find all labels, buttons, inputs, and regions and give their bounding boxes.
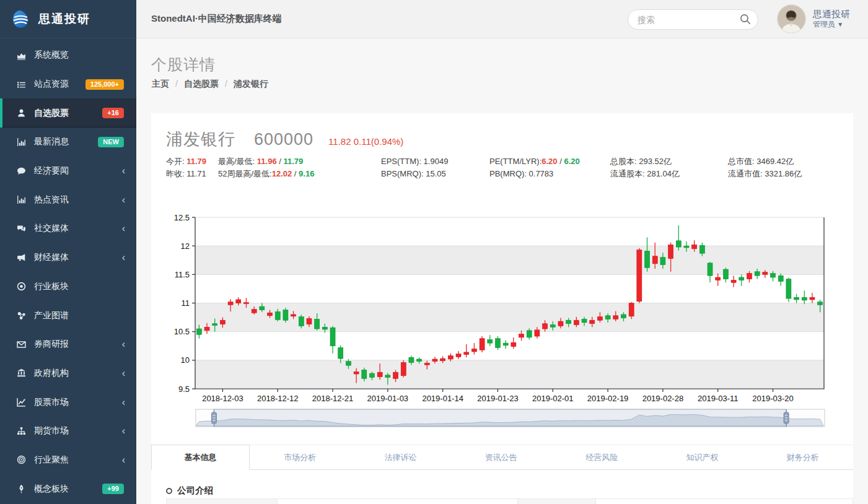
sidebar-item-13[interactable]: 期货市场‹ [0,417,136,446]
sidebar-item-0[interactable]: 系统概览 [0,41,136,70]
candle[interactable]: 2019-01-17 O:10.1 C:10.14 L:10.05 H:10.2… [464,352,469,355]
candle[interactable]: 2019-02-14 O:10.72 C:10.66 L:10.6 H:10.7… [582,319,587,323]
candle[interactable]: 2018-12-13 O:10.88 C:10.7 L:10.66 H:10.9… [283,310,288,321]
candle[interactable]: 2019-01-16 O:10.06 C:10.11 L:10.02 H:10.… [456,354,461,357]
candle[interactable]: 2019-01-29 O:10.52 C:10.4 L:10.36 H:10.5… [527,331,532,337]
candle[interactable]: 2019-01-02 O:9.71 C:9.79 L:9.66 H:9.94 [377,372,382,376]
candle[interactable]: 2019-03-07 O:12.01 C:11.87 L:11.82 H:12.… [699,245,704,253]
sidebar-item-6[interactable]: 社交媒体‹ [0,214,136,243]
candle[interactable]: 2018-12-03 O:10.63 C:10.7 L:10.57 H:10.7… [220,320,225,324]
candle[interactable]: 2018-12-05 O:11 C:11.06 L:10.96 H:11.1 [236,300,241,303]
candle[interactable]: 2019-01-25 O:10.24 C:10.31 L:10.2 H:10.4 [511,342,516,346]
candle[interactable]: 2018-12-26 O:9.76 C:9.8 L:9.6 H:9.86 [354,371,359,374]
candle[interactable]: 2018-11-29 O:10.52 C:10.58 L:10.46 H:10.… [204,327,209,331]
candle[interactable]: 2019-02-19 O:10.78 C:10.72 L:10.66 H:10.… [605,316,610,319]
candle[interactable]: 2019-01-08 O:10.05 C:9.96 L:9.92 H:10.08 [409,357,414,362]
slider-selection[interactable] [214,409,786,427]
tab-2[interactable]: 法律诉讼 [350,445,450,469]
candle[interactable]: 2018-11-30 O:10.64 C:10.61 L:10.5 H:10.7… [213,324,217,326]
candle[interactable]: 2019-03-19 O:11.5 C:11.54 L:11.44 H:11.5… [763,272,768,275]
candle[interactable]: 2018-12-18 O:10.63 C:10.73 L:10.58 H:10.… [307,318,312,324]
sidebar-item-11[interactable]: 政府机构‹ [0,359,136,388]
candle[interactable]: 2019-01-11 O:9.98 C:10.02 L:9.94 H:10.06 [432,359,437,362]
candle[interactable]: 2018-12-19 O:10.72 C:10.55 L:10.52 H:10.… [315,319,320,329]
candle[interactable]: 2018-12-04 O:10.97 C:11.02 L:10.85 H:11.… [228,302,233,305]
tab-4[interactable]: 经营风险 [551,445,652,469]
candle[interactable]: 2019-01-24 O:10.3 C:10.26 L:10.2 H:10.35 [503,343,508,345]
candle[interactable]: 2019-03-18 O:11.55 C:11.48 L:11.42 H:11.… [755,272,760,276]
candle[interactable]: 2019-02-21 O:10.8 C:10.74 L:10.68 H:10.8… [621,315,626,318]
tab-5[interactable]: 知识产权 [652,445,752,469]
candle[interactable]: 2019-03-14 O:11.45 C:11.4 L:11.3 H:11.5 [739,277,744,280]
candle[interactable]: 2019-01-31 O:10.55 C:10.64 L:10.5 H:10.7 [543,324,548,329]
candle[interactable]: 2019-03-12 O:11.59 C:11.42 L:11.36 H:11.… [723,269,728,279]
candle[interactable]: 2018-12-10 O:10.94 C:10.88 L:10.84 H:11 [260,306,265,310]
sidebar-item-5[interactable]: 热点资讯‹ [0,185,136,214]
candle[interactable]: 2018-12-14 O:10.77 C:10.8 L:10.72 H:10.8… [291,315,296,316]
sidebar-item-3[interactable]: 最新消息NEW [0,128,136,157]
candle[interactable]: 2018-12-24 O:10.22 C:10.03 L:9.95 H:10.2… [338,348,343,359]
candle[interactable]: 2018-12-25 O:9.98 C:9.91 L:9.85 H:10.02 [346,362,351,365]
candle[interactable]: 2018-12-11 O:10.78 C:10.83 L:10.74 H:10.… [268,313,273,316]
candle[interactable]: 2019-01-15 O:10.02 C:10.08 L:9.98 H:10.1… [448,355,453,359]
candle[interactable]: 2019-01-21 O:10.18 C:10.38 L:10.14 H:10.… [480,339,484,350]
candle[interactable]: 2018-12-06 O:10.99 C:11.01 L:10.92 H:11.… [243,303,248,304]
candle[interactable]: 2019-01-22 O:10.36 C:10.3 L:10.25 H:10.4… [488,340,493,344]
candle[interactable]: 2019-03-08 O:11.7 C:11.48 L:11.36 H:11.7… [708,263,712,276]
user-menu[interactable]: 思通投研 管理员 ▼ [777,4,850,33]
candle[interactable]: 2019-01-07 O:9.73 C:9.96 L:9.7 H:10 [401,363,406,376]
app-logo[interactable]: 思通投研 [0,0,136,38]
candle[interactable]: 2019-03-22 O:11.42 C:11.08 L:11.02 H:11.… [786,279,791,298]
candle[interactable]: 2019-02-13 O:10.62 C:10.7 L:10.58 H:10.7… [574,320,579,324]
sidebar-item-14[interactable]: 行业聚焦‹ [0,446,136,475]
candle[interactable]: 2019-03-11 O:11.4 C:11.45 L:11.3 H:11.52 [716,277,721,280]
candle[interactable]: 2018-12-27 O:9.83 C:9.68 L:9.63 H:9.87 [362,370,367,379]
candle[interactable]: 2019-01-28 O:10.4 C:10.46 L:10.34 H:10.5… [519,334,524,337]
search-icon[interactable] [740,14,751,25]
candle[interactable]: 2018-12-17 O:10.76 C:10.6 L:10.56 H:10.8 [299,317,304,326]
sidebar-item-9[interactable]: 产业图谱 [0,301,136,330]
tab-1[interactable]: 市场分析 [250,445,350,469]
sidebar-item-12[interactable]: 股票市场‹ [0,388,136,417]
candle[interactable]: 2019-01-18 O:10.15 C:10.2 L:10.1 H:10.3 [471,349,476,352]
candle[interactable]: 2019-01-09 O:10.02 C:9.98 L:9.94 H:10.05 [417,359,422,362]
candle[interactable]: 2019-02-12 O:10.7 C:10.64 L:10.58 H:10.7… [566,320,571,324]
candle[interactable]: 2019-03-04 O:12.09 C:11.98 L:11.92 H:12.… [676,241,681,247]
candle[interactable]: 2019-03-21 O:11.48 C:11.38 L:11.3 H:11.5… [778,276,783,281]
sidebar-item-1[interactable]: 站点资源125,000+ [0,70,136,99]
sidebar-item-2[interactable]: 自选股票+16 [0,98,136,128]
candle[interactable]: 2019-02-15 O:10.64 C:10.7 L:10.58 H:10.7… [590,320,595,324]
candle[interactable]: 2019-03-13 O:11.36 C:11.4 L:11.28 H:11.4… [731,280,736,283]
sidebar-item-4[interactable]: 经济要闻‹ [0,157,136,186]
sidebar-item-7[interactable]: 财经媒体‹ [0,243,136,272]
search-input[interactable] [628,9,758,30]
candle[interactable]: 2019-03-28 O:11.02 C:10.97 L:10.84 H:11.… [818,302,823,305]
candle[interactable]: 2019-03-27 O:11.06 C:11.1 L:11 H:11.18 [810,297,815,300]
candle[interactable]: 2019-03-05 O:12 C:11.97 L:11.9 H:12.08 [684,246,689,248]
candle[interactable]: 2019-03-15 O:11.42 C:11.52 L:11.36 H:11.… [747,273,752,279]
tab-0[interactable]: 基本信息 [151,445,250,470]
candle[interactable]: 2019-01-10 O:9.92 C:9.95 L:9.84 H:9.99 [424,363,429,365]
candle[interactable]: 2019-01-14 O:9.99 C:10.03 L:9.95 H:10.07 [441,358,445,361]
candle[interactable]: 2018-11-28 O:10.55 C:10.45 L:10.38 H:10.… [196,329,201,334]
candle[interactable]: 2019-02-22 O:10.77 C:11 L:10.72 H:11.02 [629,303,634,316]
candle[interactable]: 2019-02-26 O:11.91 C:11.62 L:11.55 H:12.… [645,251,650,267]
candle[interactable]: 2018-12-12 O:10.85 C:10.71 L:10.68 H:10.… [275,311,280,319]
sidebar-item-15[interactable]: 概念板块+99 [0,474,136,503]
candle[interactable]: 2019-03-20 O:11.52 C:11.45 L:11.38 H:11.… [771,273,776,277]
candle[interactable]: 2019-03-26 O:11.1 C:11.05 L:10.98 H:11.2… [802,297,807,300]
tab-6[interactable]: 财务分析 [753,445,853,469]
candle[interactable]: 2019-02-01 O:10.62 C:10.58 L:10.52 H:10.… [550,325,555,328]
candle[interactable]: 2019-03-25 O:11.1 C:11.06 L:11 H:11.16 [794,297,799,300]
candle[interactable]: 2019-02-18 O:10.7 C:10.76 L:10.66 H:10.8… [597,317,602,321]
sidebar-item-10[interactable]: 券商研报‹ [0,330,136,359]
candle[interactable]: 2019-02-28 O:11.8 C:11.67 L:11.6 H:11.88 [660,258,665,265]
candle[interactable]: 2018-12-28 O:9.77 C:9.7 L:9.65 H:9.8 [369,373,374,377]
breadcrumb-item-0[interactable]: 主页 [152,79,169,89]
candle[interactable]: 2019-02-25 O:11.03 C:11.93 L:11 H:11.96 [637,250,642,302]
breadcrumb-item-1[interactable]: 自选股票 [184,79,219,89]
candle[interactable]: 2018-12-20 O:10.58 C:10.54 L:10.48 H:10.… [322,327,327,329]
candle[interactable]: 2019-01-04 O:9.68 C:9.79 L:9.62 H:9.83 [393,372,398,378]
candle[interactable]: 2018-12-07 O:10.83 C:10.89 L:10.8 H:10.9… [252,310,256,313]
candle[interactable]: 2019-02-20 O:10.72 C:10.78 L:10.68 H:10.… [613,316,618,319]
